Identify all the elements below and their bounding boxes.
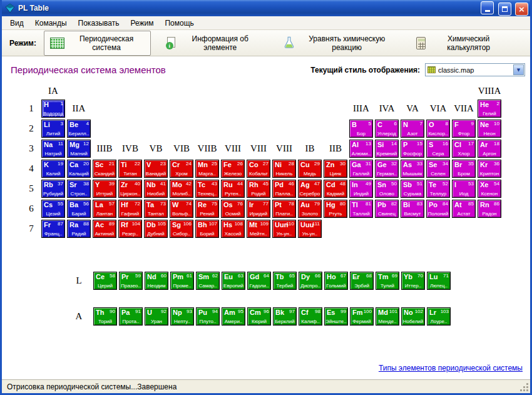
element-Zr[interactable]: Zr40Циркон.. xyxy=(118,180,142,198)
toolbar-button-chemical-calculator[interactable]: Химический калькулятор xyxy=(410,31,514,56)
element-At[interactable]: At85Астат xyxy=(452,200,476,218)
element-Hf[interactable]: Hf72Гафний xyxy=(118,200,142,218)
element-Ne[interactable]: Ne10Неон xyxy=(478,120,501,138)
element-U[interactable]: U92Уран xyxy=(145,307,168,326)
element-Pm[interactable]: Pm61Проме.. xyxy=(170,272,194,290)
element-Si[interactable]: Si14Кремний xyxy=(375,140,399,158)
element-Yb[interactable]: Yb70Иттер.. xyxy=(401,272,425,290)
element-Er[interactable]: Er68Эрбий xyxy=(350,272,374,290)
element-V[interactable]: V23Ванадий xyxy=(144,160,168,178)
element-Cs[interactable]: Cs55Цезий xyxy=(41,200,65,218)
element-Sg[interactable]: Sg106Сибор.. xyxy=(170,220,193,238)
element-Cu[interactable]: Cu29Медь xyxy=(298,160,322,178)
menu-item[interactable]: Режим xyxy=(125,18,159,29)
element-W[interactable]: W74Вольф.. xyxy=(170,200,193,218)
element-Mg[interactable]: Mg12Магний xyxy=(67,140,91,158)
element-He[interactable]: He2Гелий xyxy=(478,100,501,118)
element-Hs[interactable]: Hs108Хассий xyxy=(221,220,245,238)
element-Cm[interactable]: Cm96Кюрий xyxy=(247,307,271,326)
element-Db[interactable]: Db105Дубний xyxy=(144,220,168,238)
element-Co[interactable]: Co27Кобальт xyxy=(247,160,270,178)
element-Ce[interactable]: Ce58Церий xyxy=(93,272,117,290)
element-Ga[interactable]: Ga31Галлий xyxy=(349,160,373,178)
element-Hg[interactable]: Hg80Ртуть xyxy=(324,200,347,218)
maximize-button[interactable] xyxy=(498,3,511,16)
element-Ar[interactable]: Ar18Аргон xyxy=(478,140,501,158)
element-Bk[interactable]: Bk97Берклий xyxy=(273,307,297,326)
element-P[interactable]: P15Фосфор xyxy=(401,140,424,158)
toolbar-button-balance-reaction[interactable]: Уравнять химическую реакцию xyxy=(277,31,401,56)
element-Ca[interactable]: Ca20Кальций xyxy=(67,160,91,178)
element-Rh[interactable]: Rh45Родий xyxy=(247,180,270,198)
element-Es[interactable]: Es99Эйнште.. xyxy=(324,307,348,326)
menu-item[interactable]: Помощь xyxy=(159,18,199,29)
element-Pa[interactable]: Pa91Прота.. xyxy=(119,307,143,326)
element-Sr[interactable]: Sr38Строн.. xyxy=(67,180,91,198)
element-Pd[interactable]: Pd46Палла.. xyxy=(272,180,296,198)
element-Sc[interactable]: Sc21Скандий xyxy=(93,160,116,178)
element-Tb[interactable]: Tb65Тербий xyxy=(273,272,297,290)
element-Mo[interactable]: Mo42Молиб.. xyxy=(170,180,193,198)
element-Mt[interactable]: Mt109Мейтн.. xyxy=(247,220,270,238)
element-B[interactable]: B5Бор xyxy=(349,120,373,138)
element-La[interactable]: La57Лантан xyxy=(93,200,116,218)
element-Li[interactable]: Li3Литий xyxy=(41,120,65,138)
element-Br[interactable]: Br35Бром xyxy=(452,160,476,178)
element-O[interactable]: O8Кислор.. xyxy=(426,120,450,138)
element-Uun[interactable]: Uun110Ун-ун.. xyxy=(272,220,296,238)
element-Kr[interactable]: Kr36Криптон xyxy=(478,160,501,178)
element-Th[interactable]: Th90Торий xyxy=(93,307,117,326)
element-Mn[interactable]: Mn25Марга.. xyxy=(195,160,219,178)
element-Y[interactable]: Y39Иттрий xyxy=(93,180,116,198)
close-button[interactable]: × xyxy=(515,3,528,16)
element-No[interactable]: No102Нобелий xyxy=(401,307,425,326)
element-Zn[interactable]: Zn30Цинк xyxy=(324,160,347,178)
element-Fr[interactable]: Fr87Франц.. xyxy=(41,220,65,238)
element-Tm[interactable]: Tm69Тулий xyxy=(376,272,399,290)
element-Gd[interactable]: Gd64Гадоли.. xyxy=(247,272,271,290)
element-F[interactable]: F9Фтор xyxy=(452,120,476,138)
element-Cd[interactable]: Cd48Кадмий xyxy=(324,180,347,198)
element-Rb[interactable]: Rb37Рубидий xyxy=(41,180,65,198)
element-N[interactable]: N7Азот xyxy=(401,120,424,138)
style-combobox[interactable]: classic.map ▼ xyxy=(425,63,525,76)
element-Pr[interactable]: Pr59Празео.. xyxy=(119,272,143,290)
element-Eu[interactable]: Eu63Европий xyxy=(222,272,245,290)
element-Cr[interactable]: Cr24Хром xyxy=(170,160,193,178)
element-Dy[interactable]: Dy66Диспро.. xyxy=(299,272,322,290)
element-As[interactable]: As33Мышьяк xyxy=(401,160,424,178)
element-In[interactable]: In49Индий xyxy=(349,180,373,198)
element-S[interactable]: S16Сера xyxy=(426,140,450,158)
element-Ir[interactable]: Ir77Иридий xyxy=(247,200,270,218)
element-Nd[interactable]: Nd60Неодим xyxy=(145,272,168,290)
element-Au[interactable]: Au79Золото xyxy=(298,200,322,218)
element-Ni[interactable]: Ni28Никель xyxy=(272,160,296,178)
element-Lu[interactable]: Lu71Лютец.. xyxy=(427,272,451,290)
element-Cf[interactable]: Cf98Калиф.. xyxy=(299,307,322,326)
resize-grip[interactable] xyxy=(520,383,529,392)
element-Te[interactable]: Te52Теллур xyxy=(426,180,450,198)
element-Ge[interactable]: Ge32Герман.. xyxy=(375,160,399,178)
element-Po[interactable]: Po84Полоний xyxy=(426,200,450,218)
element-Pu[interactable]: Pu94Плуто.. xyxy=(196,307,220,326)
minimize-button[interactable] xyxy=(481,1,494,14)
element-Na[interactable]: Na11Натрий xyxy=(41,140,65,158)
element-Fe[interactable]: Fe26Железо xyxy=(221,160,245,178)
element-Ra[interactable]: Ra88Радий xyxy=(67,220,91,238)
element-Rf[interactable]: Rf104Резер.. xyxy=(118,220,142,238)
menu-item[interactable]: Вид xyxy=(4,18,29,29)
element-Pb[interactable]: Pb82Свинец xyxy=(375,200,399,218)
element-Lr[interactable]: Lr103Лоуре.. xyxy=(427,307,451,326)
element-Pt[interactable]: Pt78Плати.. xyxy=(272,200,296,218)
element-Md[interactable]: Md101Менде.. xyxy=(376,307,399,326)
element-I[interactable]: I53Иод xyxy=(452,180,476,198)
element-Al[interactable]: Al13Алюми.. xyxy=(349,140,373,158)
element-Sn[interactable]: Sn50Олово xyxy=(375,180,399,198)
menu-item[interactable]: Показывать xyxy=(73,18,125,29)
element-K[interactable]: K19Калий xyxy=(41,160,65,178)
element-Fm[interactable]: Fm100Фермий xyxy=(350,307,374,326)
element-Ti[interactable]: Ti22Титан xyxy=(118,160,142,178)
element-Tl[interactable]: Tl81Таллий xyxy=(349,200,373,218)
toolbar-button-element-info[interactable]: i Информация об элементе xyxy=(160,31,268,56)
element-Bh[interactable]: Bh107Борий xyxy=(195,220,219,238)
